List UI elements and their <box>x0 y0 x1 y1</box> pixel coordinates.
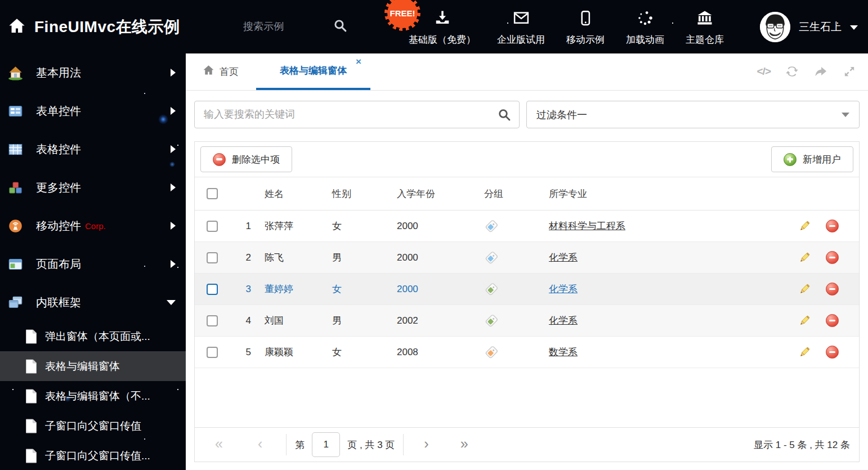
sidebar-item-page-layout[interactable]: 页面布局 <box>0 245 186 283</box>
filter-dropdown[interactable]: 过滤条件一 <box>526 101 860 128</box>
filter-dropdown-value: 过滤条件一 <box>536 108 587 122</box>
major-link[interactable]: 化学系 <box>549 252 578 263</box>
last-page-button[interactable]: » <box>460 437 468 451</box>
header-nav: 基础版（免费） 企业版试用 移动示例 加载动画 <box>409 0 724 53</box>
edit-pencil-icon[interactable] <box>798 314 811 327</box>
table-row[interactable]: 2 陈飞 男 2000 化学系 <box>195 242 859 274</box>
cell-year: 2000 <box>391 252 478 263</box>
tag-icon <box>484 314 499 328</box>
sidebar-subitem-grid-edit-window-2[interactable]: 表格与编辑窗体（不... <box>0 381 186 411</box>
cell-name: 陈飞 <box>259 251 326 264</box>
home-icon <box>203 64 214 79</box>
keyword-search-input[interactable] <box>195 101 519 128</box>
home-icon[interactable] <box>8 17 26 37</box>
sidebar-subitem-popup-window[interactable]: 弹出窗体（本页面或... <box>0 321 186 351</box>
code-icon[interactable]: </> <box>757 65 771 78</box>
edit-pencil-icon[interactable] <box>798 346 811 359</box>
major-link[interactable]: 化学系 <box>549 315 578 326</box>
chevron-down-icon <box>842 113 849 117</box>
sidebar-subitem-grid-edit-window[interactable]: 表格与编辑窗体 <box>0 351 186 381</box>
chevron-down-icon <box>850 25 858 30</box>
edit-pencil-icon[interactable] <box>798 220 811 232</box>
expand-icon[interactable] <box>842 64 857 79</box>
corp-badge: Corp. <box>85 221 106 231</box>
sidebar-item-inline-frame[interactable]: 内联框架 <box>0 283 186 321</box>
search-icon[interactable] <box>498 108 511 122</box>
spinner-icon <box>637 10 654 29</box>
nav-item-label: 企业版试用 <box>497 33 545 46</box>
tab-home[interactable]: 首页 <box>203 53 239 89</box>
table-row[interactable]: 1 张萍萍 女 2000 材料科学与工程系 <box>195 211 859 242</box>
pagination-bar: « ‹ 第 页 , 共 3 页 › » 显示 1 - 5 条 , 共 12 条 <box>195 427 859 462</box>
delete-row-icon[interactable] <box>826 251 839 264</box>
table-row[interactable]: 5 康颖颖 女 2008 数学系 <box>195 337 859 368</box>
sidebar-item-label: 表单控件 <box>36 104 81 119</box>
nav-item-label: 移动示例 <box>566 33 605 46</box>
share-icon[interactable] <box>813 64 828 79</box>
nav-item-theme-repo[interactable]: 主题仓库 <box>686 7 724 46</box>
tab-toolbar: </> <box>757 53 857 89</box>
table-row[interactable]: 3 董婷婷 女 2000 化学系 <box>195 274 859 305</box>
tag-icon <box>484 250 499 265</box>
row-checkbox[interactable] <box>207 221 218 232</box>
cell-name: 刘国 <box>259 314 326 327</box>
cell-name: 张萍萍 <box>259 220 326 232</box>
user-menu[interactable]: 三生石上 <box>760 0 858 53</box>
edit-pencil-icon[interactable] <box>798 283 811 296</box>
search-icon[interactable] <box>333 19 347 35</box>
row-checkbox[interactable] <box>207 347 218 358</box>
nav-item-mobile-demo[interactable]: 移动示例 <box>566 7 605 46</box>
prev-page-button[interactable]: ‹ <box>258 437 262 451</box>
sidebar-subitem-child-to-parent-2[interactable]: 子窗口向父窗口传值... <box>0 441 186 470</box>
mobile-icon <box>577 10 594 29</box>
close-icon[interactable]: × <box>356 57 361 66</box>
first-page-button[interactable]: « <box>215 437 223 451</box>
grid-empty-area <box>195 368 859 427</box>
page-number-input[interactable] <box>312 432 340 457</box>
nav-item-loading-animation[interactable]: 加载动画 <box>626 7 664 46</box>
nav-item-basic-edition[interactable]: 基础版（免费） <box>409 7 476 46</box>
sidebar-item-more-controls[interactable]: 更多控件 <box>0 168 186 207</box>
avatar <box>760 12 790 42</box>
app-header: FineUIMvc在线示例 FREE! 基础版（免费） 企 <box>0 0 868 53</box>
row-checkbox[interactable] <box>207 284 218 295</box>
sidebar-item-grid-controls[interactable]: 表格控件 <box>0 130 186 168</box>
sidebar-subitem-child-to-parent[interactable]: 子窗口向父窗口传值 <box>0 411 186 441</box>
nav-item-enterprise-trial[interactable]: 企业版试用 <box>497 7 545 46</box>
table-row[interactable]: 4 刘国 男 2002 化学系 <box>195 305 859 337</box>
header-search-input[interactable] <box>242 20 333 33</box>
major-link[interactable]: 数学系 <box>549 347 578 357</box>
chevron-right-icon <box>171 107 176 115</box>
select-all-checkbox[interactable] <box>207 188 218 199</box>
record-count-summary: 显示 1 - 5 条 , 共 12 条 <box>754 438 850 451</box>
header-search <box>242 0 347 53</box>
sidebar-subitem-label: 表格与编辑窗体 <box>45 359 120 374</box>
add-user-label: 新增用户 <box>803 153 841 166</box>
delete-row-icon[interactable] <box>826 314 839 327</box>
edit-pencil-icon[interactable] <box>798 251 811 264</box>
tab-grid-edit-window[interactable]: 表格与编辑窗体 × <box>256 53 370 90</box>
sidebar-item-form-controls[interactable]: 表单控件 <box>0 92 186 130</box>
delete-row-icon[interactable] <box>826 220 839 232</box>
next-page-button[interactable]: › <box>424 437 428 451</box>
major-link[interactable]: 化学系 <box>549 284 578 294</box>
delete-row-icon[interactable] <box>826 346 839 359</box>
cell-gender: 女 <box>326 346 391 359</box>
sidebar: 基本用法 表单控件 表格控件 更多控件 <box>0 53 186 470</box>
sidebar-subitem-label: 弹出窗体（本页面或... <box>45 329 150 344</box>
add-user-button[interactable]: 新增用户 <box>771 146 853 172</box>
major-link[interactable]: 材料科学与工程系 <box>549 221 625 231</box>
form-icon <box>8 104 23 119</box>
refresh-icon[interactable] <box>785 64 799 79</box>
brand[interactable]: FineUIMvc在线示例 <box>8 0 180 53</box>
tag-icon <box>484 219 499 234</box>
column-header-major: 所学专业 <box>543 187 775 200</box>
delete-row-icon[interactable] <box>826 283 839 296</box>
sidebar-item-basic-usage[interactable]: 基本用法 <box>0 53 186 92</box>
delete-selected-button[interactable]: 删除选中项 <box>200 146 292 172</box>
cubes-icon <box>8 180 23 195</box>
row-checkbox[interactable] <box>207 315 218 326</box>
row-checkbox[interactable] <box>207 252 218 263</box>
sidebar-item-mobile-controls[interactable]: 移动控件 Corp. <box>0 207 186 245</box>
chevron-right-icon <box>171 145 176 153</box>
